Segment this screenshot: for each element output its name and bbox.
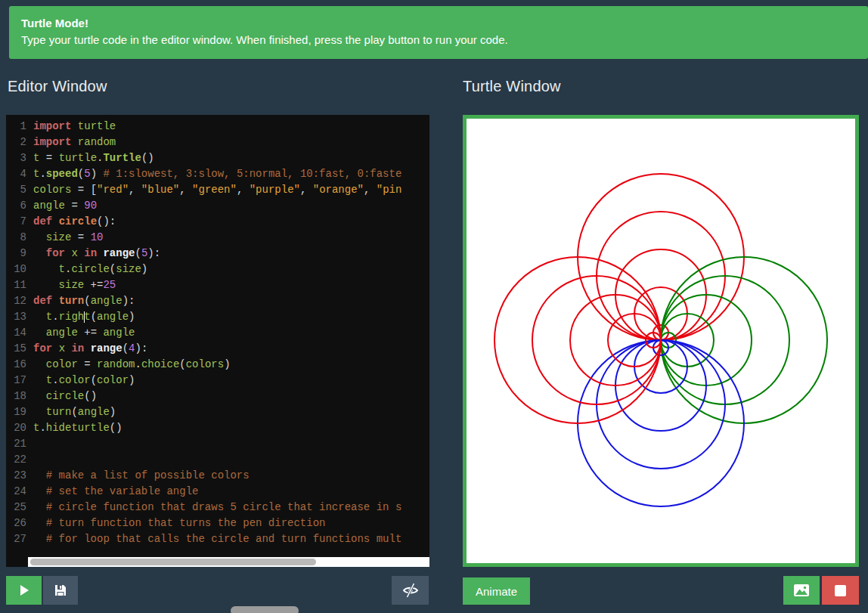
line-number: 18 bbox=[6, 389, 33, 404]
code-line[interactable]: 16 color = random.choice(colors) bbox=[6, 357, 429, 373]
turtle-drawing bbox=[467, 119, 855, 563]
line-number: 4 bbox=[6, 166, 33, 182]
code-line[interactable]: 20t.hideturtle() bbox=[6, 420, 429, 436]
code-line[interactable]: 7def circle(): bbox=[6, 214, 429, 230]
code-line[interactable]: 13 t.right(angle) bbox=[6, 309, 429, 325]
code-line[interactable]: 3t = turtle.Turtle() bbox=[6, 150, 429, 166]
line-number: 5 bbox=[6, 182, 33, 198]
code-line[interactable]: 25 # circle function that draws 5 circle… bbox=[6, 500, 429, 515]
play-icon bbox=[18, 584, 30, 596]
animate-button[interactable]: Animate bbox=[463, 577, 530, 605]
line-number: 1 bbox=[6, 119, 33, 135]
code-line[interactable]: 22 bbox=[6, 452, 429, 468]
line-number: 12 bbox=[6, 293, 33, 309]
editor-window-heading: Editor Window bbox=[8, 78, 107, 95]
line-number: 14 bbox=[6, 325, 33, 341]
animate-button-label: Animate bbox=[476, 585, 517, 598]
line-number: 24 bbox=[6, 484, 33, 500]
line-number: 7 bbox=[6, 214, 33, 230]
line-number: 9 bbox=[6, 246, 33, 262]
code-lines[interactable]: 1import turtle2import random3t = turtle.… bbox=[6, 115, 429, 547]
run-button[interactable] bbox=[6, 576, 42, 605]
stop-square-icon bbox=[835, 585, 846, 596]
code-line[interactable]: 6angle = 90 bbox=[6, 198, 429, 214]
line-number: 25 bbox=[6, 500, 33, 515]
code-line[interactable]: 9 for x in range(5): bbox=[6, 246, 429, 262]
turtle-window-heading: Turtle Window bbox=[463, 78, 561, 95]
line-number: 2 bbox=[6, 135, 33, 150]
code-line[interactable]: 27 # for loop that calls the circle and … bbox=[6, 531, 429, 547]
line-number: 10 bbox=[6, 262, 33, 277]
code-line[interactable]: 5colors = ["red", "blue", "green", "purp… bbox=[6, 182, 429, 198]
turtle-mode-banner: Turtle Mode! Type your turtle code in th… bbox=[9, 6, 868, 59]
editor-horizontal-scrollbar[interactable] bbox=[28, 557, 429, 567]
eye-slash-icon bbox=[402, 583, 419, 598]
code-line[interactable]: 11 size +=25 bbox=[6, 277, 429, 293]
line-number: 21 bbox=[6, 436, 33, 452]
code-line[interactable]: 2import random bbox=[6, 135, 429, 150]
line-number: 8 bbox=[6, 230, 33, 246]
code-line[interactable]: 4t.speed(5) # 1:slowest, 3:slow, 5:norma… bbox=[6, 166, 429, 182]
save-button[interactable] bbox=[43, 576, 78, 605]
code-line[interactable]: 19 turn(angle) bbox=[6, 404, 429, 420]
line-number: 13 bbox=[6, 309, 33, 325]
line-number: 27 bbox=[6, 531, 33, 547]
line-number: 16 bbox=[6, 357, 33, 373]
editor-scrollbar-thumb[interactable] bbox=[30, 559, 316, 565]
line-number: 22 bbox=[6, 452, 33, 468]
code-line[interactable]: 24 # set the variable angle bbox=[6, 484, 429, 500]
line-number: 6 bbox=[6, 198, 33, 214]
line-number: 17 bbox=[6, 373, 33, 389]
code-line[interactable]: 8 size = 10 bbox=[6, 230, 429, 246]
page-scrollbar-thumb[interactable] bbox=[231, 606, 299, 613]
code-line[interactable]: 23 # make a list of possible colors bbox=[6, 468, 429, 484]
line-number: 11 bbox=[6, 277, 33, 293]
code-line[interactable]: 10 t.circle(size) bbox=[6, 262, 429, 277]
code-editor[interactable]: 1import turtle2import random3t = turtle.… bbox=[6, 115, 429, 567]
line-number: 15 bbox=[6, 341, 33, 357]
code-line[interactable]: 15for x in range(4): bbox=[6, 341, 429, 357]
line-number: 20 bbox=[6, 420, 33, 436]
code-line[interactable]: 17 t.color(color) bbox=[6, 373, 429, 389]
line-number: 19 bbox=[6, 404, 33, 420]
code-line[interactable]: 1import turtle bbox=[6, 119, 429, 135]
save-floppy-icon bbox=[54, 584, 67, 597]
screenshot-button[interactable] bbox=[783, 576, 820, 605]
line-number: 3 bbox=[6, 150, 33, 166]
stop-button[interactable] bbox=[822, 576, 859, 605]
banner-subtitle: Type your turtle code in the editor wind… bbox=[21, 31, 856, 49]
image-icon bbox=[793, 584, 810, 597]
code-line[interactable]: 21 bbox=[6, 436, 429, 452]
line-number: 23 bbox=[6, 468, 33, 484]
line-number: 26 bbox=[6, 515, 33, 531]
turtle-canvas bbox=[463, 115, 859, 567]
code-line[interactable]: 12def turn(angle): bbox=[6, 293, 429, 309]
toggle-code-visibility-button[interactable] bbox=[392, 576, 429, 605]
banner-title: Turtle Mode! bbox=[21, 16, 856, 31]
code-line[interactable]: 26 # turn function that turns the pen di… bbox=[6, 515, 429, 531]
code-line[interactable]: 18 circle() bbox=[6, 389, 429, 404]
code-line[interactable]: 14 angle += angle bbox=[6, 325, 429, 341]
